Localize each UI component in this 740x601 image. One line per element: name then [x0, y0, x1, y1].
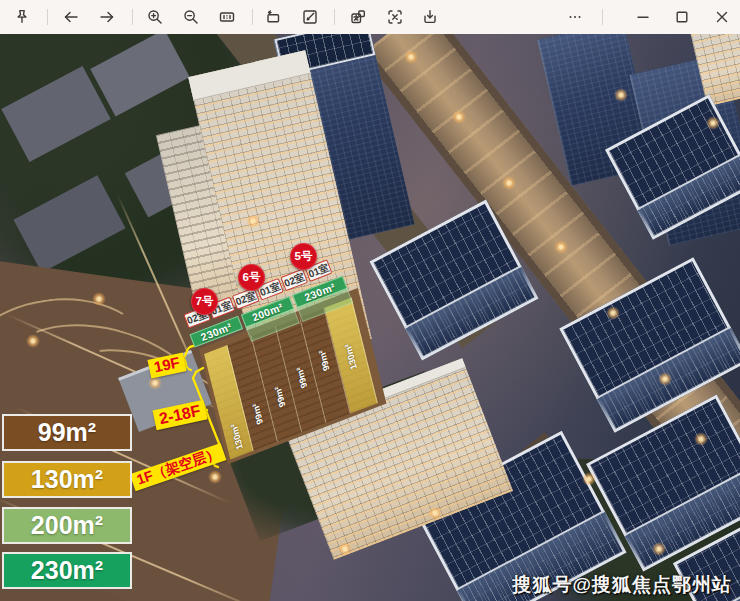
facade-column-label: 99m² [272, 385, 286, 409]
legend-item: 230m² [2, 552, 132, 589]
minimize-button[interactable] [628, 2, 658, 32]
facade-column-label: 99m² [294, 366, 308, 390]
building-badge: 7号 [191, 288, 218, 315]
save-icon [421, 8, 439, 26]
toolbar-separator [132, 9, 133, 25]
pin-button[interactable] [7, 2, 37, 32]
minimize-icon [634, 8, 652, 26]
street-light-glow [148, 376, 162, 390]
street-light-glow [694, 432, 708, 446]
toolbar-separator [602, 9, 603, 25]
facade-column-label: 99m² [317, 348, 331, 372]
visual-search-button[interactable] [380, 2, 410, 32]
save-button[interactable] [415, 2, 445, 32]
legend-item: 130m² [2, 461, 132, 498]
more-options-icon [566, 8, 584, 26]
render-facade [404, 265, 538, 361]
forward-arrow-icon [98, 8, 116, 26]
legend-item: 200m² [2, 507, 132, 544]
street-light-glow [658, 372, 672, 386]
visual-search-icon [386, 8, 404, 26]
zoom-out-button[interactable] [176, 2, 206, 32]
photo-canvas[interactable]: 130m² 99m² 99m² 99m² 99m² 130m² 02室 01室 … [0, 34, 740, 601]
facade-column-label: 99m² [250, 402, 264, 426]
toolbar-separator [252, 9, 253, 25]
street-light-glow [428, 506, 442, 520]
zoom-out-icon [182, 8, 200, 26]
viewer-toolbar [0, 0, 740, 34]
zoom-in-icon [146, 8, 164, 26]
street-light-glow [26, 334, 40, 348]
maximize-button[interactable] [667, 2, 697, 32]
toolbar-separator [47, 9, 48, 25]
street-light-glow [404, 50, 418, 64]
street-light-glow [452, 110, 466, 124]
street-light-glow [338, 542, 352, 556]
facade-column-label: 130m² [229, 422, 245, 451]
translate-button[interactable] [343, 2, 373, 32]
street-light-glow [502, 176, 516, 190]
translate-icon [349, 8, 367, 26]
close-button[interactable] [707, 2, 737, 32]
toolbar-separator [334, 9, 335, 25]
close-icon [713, 8, 731, 26]
forward-button[interactable] [92, 2, 122, 32]
actual-size-icon [218, 8, 236, 26]
back-arrow-icon [62, 8, 80, 26]
rotate-icon [264, 8, 282, 26]
rotate-button[interactable] [258, 2, 288, 32]
street-light-glow [246, 214, 260, 228]
legend-item: 99m² [2, 414, 132, 451]
edit-button[interactable] [295, 2, 325, 32]
street-light-glow [582, 472, 596, 486]
zoom-in-button[interactable] [140, 2, 170, 32]
back-button[interactable] [56, 2, 86, 32]
street-light-glow [706, 116, 720, 130]
watermark: 搜狐号@搜狐焦点鄂州站 [512, 572, 732, 598]
street-light-glow [614, 88, 628, 102]
street-light-glow [208, 470, 222, 484]
actual-size-button[interactable] [212, 2, 242, 32]
more-options-button[interactable] [560, 2, 590, 32]
street-light-glow [92, 292, 106, 306]
street-light-glow [652, 542, 666, 556]
maximize-icon [673, 8, 691, 26]
pin-icon [13, 8, 31, 26]
building-badge: 6号 [238, 264, 265, 291]
street-light-glow [606, 306, 620, 320]
edit-icon [301, 8, 319, 26]
building-badge: 5号 [290, 243, 317, 270]
facade-column-label: 130m² [343, 342, 359, 371]
street-light-glow [554, 240, 568, 254]
